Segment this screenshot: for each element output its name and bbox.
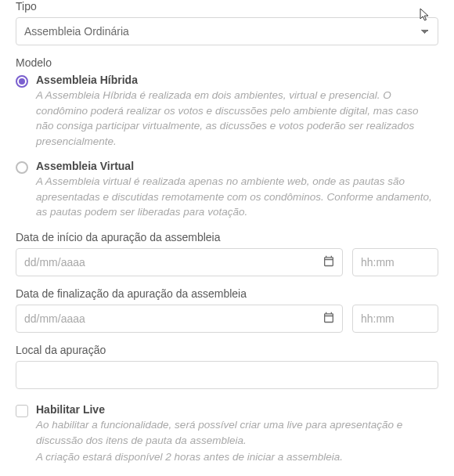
radio-hibrida-desc: A Assembleia Híbrida é realizada em dois… (36, 88, 438, 149)
local-label: Local da apuração (16, 344, 438, 356)
start-date-label: Data de início da apuração da assembleia (16, 231, 438, 243)
habilitar-live-checkbox[interactable] (16, 405, 28, 417)
radio-assembleia-hibrida[interactable] (16, 75, 28, 88)
start-date-input[interactable] (16, 248, 343, 276)
habilitar-live-title: Habilitar Live (36, 403, 438, 416)
radio-virtual-desc: A Assembleia virtual é realizada apenas … (36, 174, 438, 220)
habilitar-live-desc-2: A criação estará disponível 2 horas ante… (36, 449, 438, 465)
radio-virtual-title: Assembleia Virtual (36, 160, 438, 172)
radio-dot-icon (19, 78, 25, 85)
tipo-select[interactable]: Assembleia Ordinária (16, 17, 438, 45)
local-input[interactable] (16, 361, 438, 389)
radio-assembleia-virtual[interactable] (16, 161, 28, 174)
tipo-label: Tipo (16, 0, 438, 13)
modelo-radio-group: Assembleia Híbrida A Assembleia Híbrida … (16, 74, 438, 220)
end-date-input[interactable] (16, 305, 343, 333)
start-time-input[interactable] (352, 248, 438, 276)
end-time-input[interactable] (352, 305, 438, 333)
modelo-label: Modelo (16, 56, 438, 69)
end-date-label: Data de finalização da apuração da assem… (16, 287, 438, 300)
radio-hibrida-title: Assembleia Híbrida (36, 74, 438, 86)
habilitar-live-desc-1: Ao habilitar a funcionalidade, será poss… (36, 417, 438, 448)
